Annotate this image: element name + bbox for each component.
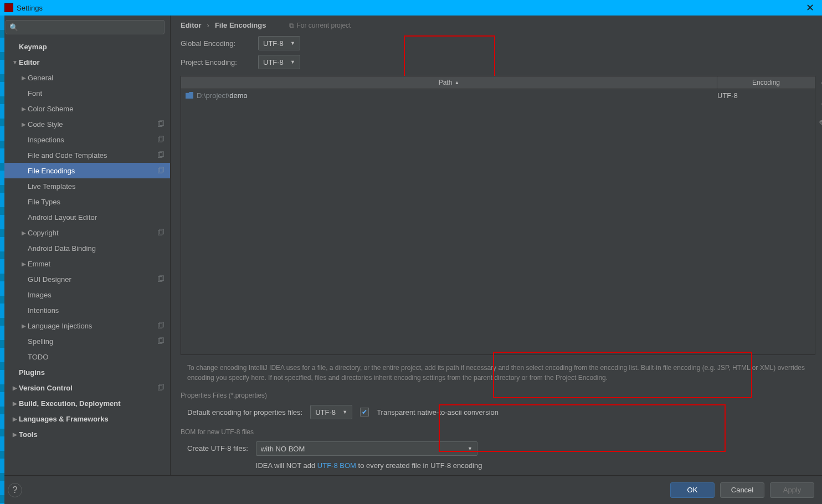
project-scope-icon: ⧉ <box>289 22 294 29</box>
sidebar-item-file-encodings[interactable]: File Encodings <box>0 163 170 178</box>
chevron-down-icon: ▼ <box>290 40 295 46</box>
table-side-tools: ＋ － ✎ <box>819 76 822 130</box>
caret-right-icon[interactable] <box>20 230 28 236</box>
column-encoding[interactable]: Encoding <box>717 76 815 89</box>
sidebar-item-emmet[interactable]: Emmet <box>0 256 170 271</box>
sidebar-item-file-types[interactable]: File Types <box>0 194 170 209</box>
breadcrumb-separator: › <box>207 21 209 29</box>
sidebar-item-live-templates[interactable]: Live Templates <box>0 178 170 194</box>
project-encoding-value: UTF-8 <box>263 58 284 66</box>
global-encoding-combo[interactable]: UTF-8 ▼ <box>258 36 300 50</box>
sidebar-item-spelling[interactable]: Spelling <box>0 333 170 349</box>
caret-right-icon[interactable] <box>20 261 28 267</box>
sort-asc-icon: ▲ <box>454 80 459 85</box>
breadcrumb-file-encodings: File Encodings <box>215 21 266 29</box>
properties-encoding-combo[interactable]: UTF-8 ▼ <box>310 405 352 419</box>
caret-right-icon[interactable] <box>20 106 28 112</box>
breadcrumb-editor[interactable]: Editor <box>181 21 202 29</box>
cancel-button[interactable]: Cancel <box>720 482 764 498</box>
caret-right-icon[interactable] <box>20 75 28 81</box>
scope-indicator: ⧉ For current project <box>289 22 351 29</box>
row-encoding[interactable]: UTF-8 <box>717 91 815 100</box>
sidebar-item-languages-frameworks[interactable]: Languages & Frameworks <box>0 411 170 426</box>
sidebar-item-code-style[interactable]: Code Style <box>0 116 170 132</box>
sidebar-item-editor[interactable]: Editor <box>0 54 170 70</box>
project-scope-icon <box>157 120 165 128</box>
sidebar-item-label: File Encodings <box>28 167 75 175</box>
sidebar-item-plugins[interactable]: Plugins <box>0 364 170 380</box>
sidebar-item-language-injections[interactable]: Language Injections <box>0 318 170 333</box>
sidebar-item-inspections[interactable]: Inspections <box>0 132 170 147</box>
caret-right-icon[interactable] <box>20 121 28 127</box>
sidebar-item-label: Code Style <box>28 120 63 128</box>
row-path-prefix: D:\project\ <box>197 91 229 100</box>
transparent-ascii-label[interactable]: Transparent native-to-ascii conversion <box>377 408 499 416</box>
sidebar-item-build-execution-deployment[interactable]: Build, Execution, Deployment <box>0 395 170 411</box>
project-scope-icon <box>157 322 165 330</box>
sidebar-item-label: File and Code Templates <box>28 151 107 160</box>
project-encoding-label: Project Encoding: <box>181 58 253 66</box>
sidebar-item-file-and-code-templates[interactable]: File and Code Templates <box>0 147 170 163</box>
window-title: Settings <box>17 4 43 12</box>
row-path-name: demo <box>229 91 248 100</box>
chevron-down-icon: ▼ <box>290 59 295 65</box>
caret-right-icon[interactable] <box>20 323 28 329</box>
sidebar-item-label: Android Layout Editor <box>28 213 97 222</box>
caret-right-icon[interactable] <box>11 385 19 391</box>
global-encoding-value: UTF-8 <box>263 39 284 48</box>
sidebar-item-label: Color Scheme <box>28 105 73 113</box>
sidebar-item-label: Languages & Frameworks <box>19 415 109 423</box>
bom-combo[interactable]: with NO BOM ▼ <box>256 441 477 456</box>
column-path-label: Path <box>439 79 453 86</box>
settings-tree[interactable]: KeymapEditorGeneralFontColor SchemeCode … <box>0 39 170 475</box>
sidebar-item-label: Build, Execution, Deployment <box>19 399 120 408</box>
ok-button[interactable]: OK <box>670 482 715 498</box>
encoding-paths-table[interactable]: Path ▲ Encoding D:\project\demo UTF-8 <box>181 76 815 355</box>
sidebar-item-label: Font <box>28 89 42 97</box>
sidebar-item-tools[interactable]: Tools <box>0 426 170 442</box>
search-icon: 🔍 <box>9 23 18 32</box>
utf8-bom-link[interactable]: UTF-8 BOM <box>317 461 356 470</box>
sidebar-item-android-data-binding[interactable]: Android Data Binding <box>0 240 170 256</box>
column-path[interactable]: Path ▲ <box>181 76 717 89</box>
project-encoding-combo[interactable]: UTF-8 ▼ <box>258 55 300 69</box>
close-icon[interactable]: ✕ <box>803 2 818 14</box>
dialog-footer: ? OK Cancel Apply <box>0 475 822 504</box>
sidebar-item-copyright[interactable]: Copyright <box>0 225 170 240</box>
sidebar-item-gui-designer[interactable]: GUI Designer <box>0 271 170 287</box>
add-icon[interactable]: ＋ <box>819 76 822 89</box>
sidebar-item-intentions[interactable]: Intentions <box>0 302 170 318</box>
settings-search-input[interactable]: 🔍 <box>6 20 165 34</box>
properties-encoding-value: UTF-8 <box>315 408 336 416</box>
project-scope-icon <box>157 275 165 283</box>
caret-right-icon[interactable] <box>11 416 19 422</box>
sidebar-item-todo[interactable]: TODO <box>0 349 170 364</box>
sidebar-item-color-scheme[interactable]: Color Scheme <box>0 101 170 116</box>
sidebar-item-android-layout-editor[interactable]: Android Layout Editor <box>0 209 170 225</box>
help-paragraph: To change encoding IntelliJ IDEA uses fo… <box>171 355 822 388</box>
sidebar-item-label: Editor <box>19 58 40 66</box>
caret-right-icon[interactable] <box>11 431 19 438</box>
apply-button[interactable]: Apply <box>770 482 814 498</box>
sidebar-item-label: Keymap <box>19 43 47 51</box>
sidebar-item-font[interactable]: Font <box>0 85 170 101</box>
remove-icon[interactable]: － <box>819 97 822 110</box>
chevron-down-icon: ▼ <box>467 446 472 451</box>
caret-right-icon[interactable] <box>11 400 19 407</box>
help-button[interactable]: ? <box>8 483 22 497</box>
sidebar-item-images[interactable]: Images <box>0 287 170 302</box>
sidebar-item-version-control[interactable]: Version Control <box>0 380 170 395</box>
ok-label: OK <box>687 486 698 494</box>
table-row[interactable]: D:\project\demo UTF-8 <box>181 89 815 101</box>
edit-icon[interactable]: ✎ <box>819 118 822 130</box>
caret-down-icon[interactable] <box>11 59 19 65</box>
sidebar-item-keymap[interactable]: Keymap <box>0 39 170 54</box>
sidebar-item-general[interactable]: General <box>0 70 170 85</box>
project-scope-icon <box>157 136 165 143</box>
properties-default-encoding-label: Default encoding for properties files: <box>187 408 302 416</box>
app-icon <box>4 3 13 12</box>
project-scope-icon <box>157 229 165 236</box>
sidebar-item-label: Copyright <box>28 229 59 237</box>
transparent-ascii-checkbox[interactable]: ✔ <box>360 408 369 416</box>
project-scope-icon <box>157 337 165 345</box>
